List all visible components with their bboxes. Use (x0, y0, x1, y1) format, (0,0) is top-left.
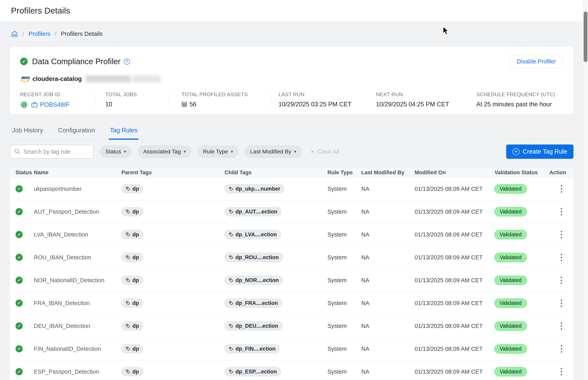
job-icon: >_ (31, 102, 38, 108)
create-tag-rule-button[interactable]: + Create Tag Rule (506, 145, 573, 159)
home-icon[interactable] (11, 30, 18, 37)
validation-status-badge: Validated (494, 207, 527, 216)
column-header[interactable]: Status (16, 170, 34, 176)
validation-status-badge: Validated (494, 184, 527, 193)
last-modified-by-cell: NA (361, 323, 415, 329)
parent-tags-cell: dp (121, 344, 225, 353)
child-tag-chip[interactable]: dp_ukp....number (225, 184, 284, 193)
table-row[interactable]: ✓ ukpassportnumber dp dp_ukp....number S… (10, 177, 573, 200)
modified-on-cell: 01/13/2025 08:09 AM CET (415, 231, 494, 238)
column-header[interactable]: Rule Type (327, 170, 361, 176)
column-header[interactable]: Validation Status (494, 170, 549, 176)
child-tag-chip[interactable]: dp_ESP....ection (225, 367, 281, 376)
row-actions-menu-icon[interactable] (557, 253, 566, 262)
stat-label: NEXT RUN (376, 92, 476, 97)
tab[interactable]: Tag Rules (109, 127, 139, 139)
assets-icon (182, 102, 187, 107)
parent-tags-cell: dp (121, 276, 225, 285)
table-row[interactable]: ✓ FRA_IBAN_Detection dp dp_FRA....ection… (10, 292, 573, 315)
column-header[interactable]: Child Tags (225, 170, 327, 176)
row-actions-menu-icon[interactable] (557, 321, 566, 331)
child-tag-chip[interactable]: dp_DEU....ection (225, 321, 282, 330)
column-header[interactable]: Parent Tags (121, 170, 225, 176)
parent-tag-chip[interactable]: dp (121, 344, 143, 353)
child-tag-chip[interactable]: dp_LVA....ection (225, 230, 281, 239)
row-actions-menu-icon[interactable] (557, 275, 566, 285)
child-tag-chip[interactable]: dp_AUT....ection (225, 207, 281, 216)
column-header[interactable]: Name (34, 170, 121, 176)
parent-tag-chip[interactable]: dp (121, 184, 143, 193)
child-tag-chip[interactable]: dp_FRA....ection (225, 299, 282, 308)
column-header[interactable]: Modified On (415, 170, 494, 176)
parent-tags-cell: dp (121, 230, 225, 239)
child-tag-chip[interactable]: dp_FIN....ection (225, 344, 280, 353)
last-modified-by-cell: NA (361, 209, 415, 215)
last-modified-by-cell: NA (361, 300, 415, 306)
stat-item: TOTAL JOBS >_ 10 (95, 91, 169, 109)
row-status-cell: ✓ (16, 300, 34, 307)
modified-on-cell: 01/13/2025 08:09 AM CET (415, 277, 494, 284)
table-row[interactable]: ✓ ROU_IBAN_Detection dp dp_ROU....ection… (10, 246, 573, 269)
column-header[interactable]: Action (549, 170, 573, 176)
disable-profiler-button[interactable]: Disable Profiler (509, 55, 563, 68)
filter-dropdown[interactable]: Rule Type ▾ (198, 146, 238, 158)
breadcrumb-link-profilers[interactable]: Profilers (28, 30, 50, 37)
parent-tag-chip[interactable]: dp (121, 276, 143, 285)
status-success-icon: ✓ (16, 185, 23, 192)
modified-on-cell: 01/13/2025 08:09 AM CET (415, 368, 494, 375)
child-tags-cell: dp_ukp....number (225, 184, 327, 193)
child-tags-cell: dp_FIN....ection (225, 344, 327, 353)
parent-tag-chip[interactable]: dp (121, 207, 143, 216)
child-tags-cell: dp_NOR....ection (225, 276, 327, 285)
parent-tag-chip[interactable]: dp (121, 253, 143, 262)
parent-tag-chip[interactable]: dp (121, 321, 143, 330)
redacted-text (85, 75, 131, 82)
table-row[interactable]: ✓ ESP_Passport_Detection dp dp_ESP....ec… (10, 360, 573, 380)
child-tag-chip[interactable]: dp_NOR....ection (225, 276, 283, 285)
action-cell (549, 275, 573, 285)
parent-tag-chip[interactable]: dp (121, 230, 143, 239)
column-header[interactable]: Last Modified By (361, 170, 415, 176)
table-row[interactable]: ✓ AUT_Passport_Detection dp dp_AUT....ec… (10, 200, 573, 223)
parent-tag-chip[interactable]: dp (121, 367, 143, 376)
clear-all-button[interactable]: ✕ Clear All (311, 149, 339, 155)
filter-dropdown[interactable]: Last Modified By ▾ (245, 146, 302, 158)
validation-status-cell: Validated (494, 344, 549, 354)
table-row[interactable]: ✓ NOR_NationalID_Detection dp dp_NOR....… (10, 269, 573, 292)
row-actions-menu-icon[interactable] (557, 230, 566, 240)
row-actions-menu-icon[interactable] (557, 344, 566, 354)
filter-dropdown-label: Last Modified By (250, 149, 291, 155)
table-row[interactable]: ✓ LVA_IBAN_Detection dp dp_LVA....ection… (10, 223, 573, 246)
tag-rule-name: LVA_IBAN_Detection (34, 231, 121, 238)
status-success-icon: ✓ (16, 254, 23, 261)
rule-type-cell: System (327, 346, 361, 352)
row-actions-menu-icon[interactable] (557, 367, 566, 377)
last-modified-by-cell: NA (361, 277, 415, 284)
validation-status-badge: Validated (494, 276, 527, 285)
table-body: ✓ ukpassportnumber dp dp_ukp....number S… (10, 177, 573, 380)
filter-dropdown[interactable]: Status ▾ (100, 146, 131, 158)
tab-bar: Job History Configuration Tag Rules (11, 127, 573, 139)
status-success-icon: ✓ (16, 277, 23, 284)
filter-dropdown[interactable]: Associated Tag ▾ (138, 146, 191, 158)
child-tag-chip[interactable]: dp_ROU....ection (225, 253, 283, 262)
scrollbar-thumb[interactable] (584, 12, 588, 62)
tab[interactable]: Configuration (57, 127, 96, 139)
tab[interactable]: Job History (11, 127, 44, 139)
row-actions-menu-icon[interactable] (557, 207, 566, 217)
svg-text:>_: >_ (33, 104, 36, 107)
search-input[interactable] (23, 149, 90, 155)
search-box[interactable] (10, 145, 94, 159)
validation-status-badge: Validated (494, 299, 527, 308)
search-icon (14, 148, 20, 155)
stat-value: POBS48IF (40, 101, 69, 108)
status-success-icon: ✓ (16, 322, 23, 329)
row-actions-menu-icon[interactable] (557, 184, 566, 194)
table-row[interactable]: ✓ DEU_IBAN_Detection dp dp_DEU....ection… (10, 315, 573, 338)
table-row[interactable]: ✓ FIN_NationalID_Detection dp dp_FIN....… (10, 338, 573, 360)
help-icon[interactable]: ? (124, 58, 130, 65)
vertical-scrollbar[interactable] (583, 0, 588, 380)
breadcrumb-bar: / Profilers / Profilers Details (0, 21, 588, 46)
parent-tag-chip[interactable]: dp (121, 299, 143, 308)
row-actions-menu-icon[interactable] (557, 298, 566, 308)
